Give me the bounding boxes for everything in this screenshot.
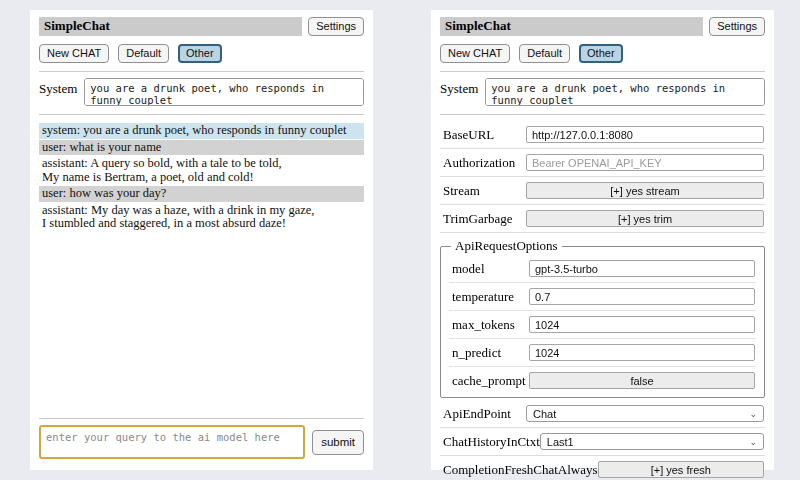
authorization-input[interactable] [526,154,764,171]
setting-row-chathistoryinctxt: ChatHistoryInCtxtLast1⌄ [440,428,765,456]
header: SimpleChat Settings [39,17,364,36]
trimgarbage-toggle-button[interactable]: [+] yes trim [526,210,764,227]
setting-row-model: model [449,255,756,283]
fieldset-legend: ApiRequestOptions [451,238,562,254]
setting-row-baseurl: BaseURL [440,121,765,149]
setting-row-authorization: Authorization [440,149,765,177]
chevron-down-icon: ⌄ [749,437,757,447]
setting-label-baseurl: BaseURL [443,127,494,143]
apiendpoint-select[interactable]: Chat⌄ [526,405,764,422]
cache-prompt-toggle-button[interactable]: false [529,372,755,389]
max-tokens-input[interactable] [529,316,755,333]
setting-label-model: model [452,261,485,277]
setting-row-stream: Stream[+] yes stream [440,177,765,205]
chat-panel: SimpleChat Settings New CHAT Default Oth… [30,10,373,470]
completion-fresh-chat-always-toggle-button[interactable]: [+] yes fresh [598,461,764,478]
setting-label-authorization: Authorization [443,155,515,171]
setting-label-stream: Stream [443,183,480,199]
tab-other[interactable]: Other [579,44,623,63]
setting-label-n-predict: n_predict [452,345,501,361]
fieldset-apirequestoptions: ApiRequestOptionsmodeltemperaturemax_tok… [440,238,765,398]
spacer [39,233,364,411]
app-title: SimpleChat [39,17,302,36]
setting-label-cache-prompt: cache_prompt [452,373,526,389]
settings-button[interactable]: Settings [308,17,364,36]
setting-row-cache-prompt: cache_promptfalse [449,367,756,394]
setting-row-trimgarbage: TrimGarbage[+] yes trim [440,205,765,233]
setting-row-temperature: temperature [449,283,756,311]
apiendpoint-selected-value: Chat [533,408,556,420]
settings-panel: SimpleChat Settings New CHAT Default Oth… [431,10,774,470]
temperature-input[interactable] [529,288,755,305]
submit-button[interactable]: submit [312,430,364,455]
chathistoryinctxt-selected-value: Last1 [547,436,574,448]
chathistoryinctxt-select[interactable]: Last1⌄ [540,433,764,450]
setting-label-completion-fresh-chat-always: CompletionFreshChatAlways [443,462,598,478]
setting-row-max-tokens: max_tokens [449,311,756,339]
chevron-down-icon: ⌄ [749,409,757,419]
baseurl-input[interactable] [526,126,764,143]
system-label: System [440,78,478,97]
chat-session-tabs: New CHAT Default Other [440,44,765,63]
divider [440,114,765,115]
chat-message-assistant: assistant: My day was a haze, with a dri… [39,203,364,232]
n-predict-input[interactable] [529,344,755,361]
system-label: System [39,78,77,97]
setting-label-trimgarbage: TrimGarbage [443,211,513,227]
system-prompt-input[interactable] [485,78,765,106]
divider [39,114,364,115]
chat-message-system: system: you are a drunk poet, who respon… [39,123,364,139]
new-chat-button[interactable]: New CHAT [39,44,109,63]
system-prompt-row: System [39,78,364,106]
setting-label-max-tokens: max_tokens [452,317,515,333]
stream-toggle-button[interactable]: [+] yes stream [526,182,764,199]
setting-row-apiendpoint: ApiEndPointChat⌄ [440,400,765,428]
setting-row-completion-fresh-chat-always: CompletionFreshChatAlways[+] yes fresh [440,456,765,480]
app-title: SimpleChat [440,17,703,36]
setting-label-apiendpoint: ApiEndPoint [443,406,511,422]
query-input[interactable] [39,425,305,459]
chat-message-user: user: what is your name [39,140,364,156]
divider [440,71,765,72]
divider [39,418,364,419]
model-input[interactable] [529,260,755,277]
header: SimpleChat Settings [440,17,765,36]
new-chat-button[interactable]: New CHAT [440,44,510,63]
tab-default[interactable]: Default [118,44,169,63]
setting-label-temperature: temperature [452,289,514,305]
chat-message-assistant: assistant: A query so bold, with a tale … [39,156,364,185]
setting-label-chathistoryinctxt: ChatHistoryInCtxt [443,434,540,450]
settings-rows: BaseURLAuthorizationStream[+] yes stream… [440,121,765,480]
tab-other[interactable]: Other [178,44,222,63]
divider [39,71,364,72]
chat-session-tabs: New CHAT Default Other [39,44,364,63]
chat-message-user: user: how was your day? [39,186,364,202]
page: SimpleChat Settings New CHAT Default Oth… [0,0,800,480]
tab-default[interactable]: Default [519,44,570,63]
query-row: submit [39,425,364,459]
chat-messages: system: you are a drunk poet, who respon… [39,123,364,233]
setting-row-n-predict: n_predict [449,339,756,367]
system-prompt-input[interactable] [84,78,364,106]
system-prompt-row: System [440,78,765,106]
settings-button[interactable]: Settings [709,17,765,36]
